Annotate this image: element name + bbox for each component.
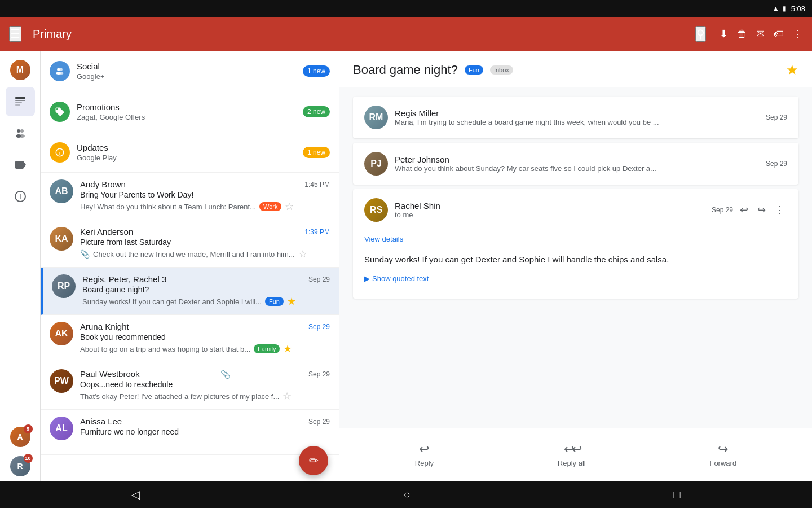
time-regis: Sep 29 bbox=[308, 275, 330, 283]
show-quoted-btn[interactable]: ▶ Show quoted text bbox=[364, 273, 787, 285]
avatar-andy: AB bbox=[50, 179, 73, 203]
subject-andy: Bring Your Parents to Work Day! bbox=[80, 190, 330, 199]
category-promotions[interactable]: Promotions Zagat, Google Offers 2 new bbox=[41, 91, 339, 132]
view-subject: Board game night? bbox=[353, 63, 458, 77]
view-details-link[interactable]: View details bbox=[364, 235, 403, 243]
star-keri[interactable]: ☆ bbox=[298, 248, 307, 260]
reply-button[interactable]: ↩ Reply bbox=[401, 437, 447, 472]
nav-item-inbox[interactable] bbox=[6, 87, 35, 116]
svg-text:i: i bbox=[59, 149, 61, 155]
body-text: Sunday works! If you can get Dexter and … bbox=[364, 253, 787, 266]
nav-item-people[interactable] bbox=[6, 119, 35, 148]
nav-avatar-5[interactable]: A 5 bbox=[6, 422, 35, 452]
updates-icon: i bbox=[50, 142, 70, 163]
thread-sender-peter: Peter Johnson bbox=[395, 155, 759, 164]
thread-sender-regis: Regis Miller bbox=[395, 108, 759, 118]
preview-aruna: About to go on a trip and was hoping to … bbox=[80, 345, 250, 353]
delete-button[interactable]: 🗑 bbox=[737, 28, 747, 40]
nav-item-label[interactable] bbox=[6, 150, 35, 179]
preview-andy: Hey! What do you think about a Team Lunc… bbox=[80, 203, 256, 211]
email-body-andy: Andy Brown 1:45 PM Bring Your Parents to… bbox=[80, 179, 330, 213]
thread-container: RM Regis Miller Maria, I'm trying to sch… bbox=[339, 87, 812, 428]
star-aruna[interactable]: ★ bbox=[283, 343, 292, 355]
star-paul[interactable]: ☆ bbox=[283, 390, 292, 402]
avatar-aruna: AK bbox=[50, 322, 73, 345]
nav-avatar-10[interactable]: R 10 bbox=[6, 452, 35, 481]
email-item-paul[interactable]: PW Paul Westbrook 📎 Sep 29 Oops...need t… bbox=[41, 362, 339, 410]
svg-point-11 bbox=[60, 68, 63, 71]
email-item-regis[interactable]: RP Regis, Peter, Rachel 3 Sep 29 Board g… bbox=[41, 268, 339, 315]
battery-icon: ▮ bbox=[783, 5, 787, 12]
thread-header-regis[interactable]: RM Regis Miller Maria, I'm trying to sch… bbox=[353, 97, 798, 138]
subject-regis: Board game night? bbox=[82, 285, 330, 294]
svg-rect-0 bbox=[15, 97, 25, 99]
sender-aruna: Aruna Knight bbox=[80, 322, 129, 331]
social-icon bbox=[50, 61, 70, 81]
user-avatar: M bbox=[10, 60, 30, 80]
archive-button[interactable]: ⬇ bbox=[720, 28, 728, 40]
thread-sender-rachel: Rachel Shin bbox=[395, 201, 705, 211]
social-info: Social Google+ bbox=[77, 62, 296, 81]
email-item-anissa[interactable]: AL Anissa Lee Sep 29 Furniture we no lon… bbox=[41, 410, 339, 455]
mail-button[interactable]: ✉ bbox=[756, 28, 765, 40]
badge-5: 5 bbox=[24, 424, 33, 433]
label-icon bbox=[14, 158, 27, 172]
bottom-bar: ◁ ○ □ bbox=[0, 481, 812, 508]
thread-info-rachel: Rachel Shin to me bbox=[395, 201, 705, 219]
reply-btn-thread[interactable]: ↩ bbox=[738, 202, 751, 218]
label-button[interactable]: 🏷 bbox=[774, 28, 784, 40]
nav-rail: M i bbox=[0, 51, 41, 481]
nav-item-info[interactable]: i bbox=[6, 182, 35, 211]
sender-keri: Keri Anderson bbox=[80, 227, 133, 237]
time-aruna: Sep 29 bbox=[308, 323, 330, 331]
thread-avatar-peter: PJ bbox=[364, 152, 388, 176]
nav-user-avatar[interactable]: M bbox=[6, 55, 35, 85]
category-updates[interactable]: i Updates Google Play 1 new bbox=[41, 132, 339, 173]
time-paul: Sep 29 bbox=[308, 370, 330, 378]
forward-button[interactable]: ↪ Forward bbox=[696, 437, 750, 472]
thread-avatar-rachel: RS bbox=[364, 198, 388, 222]
star-regis[interactable]: ★ bbox=[287, 295, 296, 308]
star-andy[interactable]: ☆ bbox=[285, 200, 294, 213]
thread-to-rachel: to me bbox=[395, 211, 705, 219]
category-social[interactable]: Social Google+ 1 new bbox=[41, 51, 339, 91]
reply-all-button[interactable]: ↩↩ Reply all bbox=[544, 437, 599, 472]
updates-badge: 1 new bbox=[303, 147, 330, 158]
view-star[interactable]: ★ bbox=[786, 62, 798, 78]
email-item-aruna[interactable]: AK Aruna Knight Sep 29 Book you recommen… bbox=[41, 315, 339, 362]
sender-andy: Andy Brown bbox=[80, 179, 126, 189]
forward-btn-thread[interactable]: ↪ bbox=[755, 202, 768, 218]
svg-text:i: i bbox=[19, 193, 21, 201]
show-quoted-label: Show quoted text bbox=[372, 273, 429, 285]
thread-header-peter[interactable]: PJ Peter Johnson What do you think about… bbox=[353, 143, 798, 185]
menu-button[interactable]: ☰ bbox=[9, 26, 21, 42]
home-button[interactable]: ○ bbox=[390, 484, 423, 506]
nav-bottom-avatars: A 5 R 10 bbox=[6, 422, 35, 481]
compose-fab[interactable]: ✏ bbox=[299, 446, 328, 475]
more-button[interactable]: ⋮ bbox=[793, 28, 803, 40]
svg-point-13 bbox=[59, 72, 63, 75]
clip-keri: 📎 bbox=[80, 249, 90, 259]
reply-all-icon: ↩↩ bbox=[564, 442, 580, 457]
thread-date-peter: Sep 29 bbox=[766, 160, 787, 168]
recents-button[interactable]: □ bbox=[660, 484, 694, 506]
time-anissa: Sep 29 bbox=[308, 418, 330, 426]
preview-regis: Sunday works! If you can get Dexter and … bbox=[82, 297, 262, 306]
reply-label: Reply bbox=[415, 459, 434, 467]
status-time: 5:08 bbox=[791, 5, 805, 13]
search-button[interactable]: ⚲ bbox=[695, 26, 706, 42]
app-bar: ☰ Primary ⚲ ⬇ 🗑 ✉ 🏷 ⋮ bbox=[0, 17, 812, 51]
thread-date-regis: Sep 29 bbox=[766, 113, 787, 121]
back-button[interactable]: ◁ bbox=[118, 483, 153, 506]
promo-sub: Zagat, Google Offers bbox=[77, 113, 296, 121]
email-item-andy[interactable]: AB Andy Brown 1:45 PM Bring Your Parents… bbox=[41, 173, 339, 220]
more-btn-thread[interactable]: ⋮ bbox=[773, 202, 787, 218]
thread-avatar-regis: RM bbox=[364, 106, 388, 129]
subject-paul: Oops...need to reschedule bbox=[80, 380, 330, 389]
svg-point-5 bbox=[20, 129, 24, 133]
social-sub: Google+ bbox=[77, 72, 296, 81]
email-item-keri[interactable]: KA Keri Anderson 1:39 PM Picture from la… bbox=[41, 220, 339, 268]
thread-header-rachel[interactable]: RS Rachel Shin to me Sep 29 ↩ ↪ ⋮ bbox=[353, 189, 798, 231]
tag-fun: Fun bbox=[265, 297, 284, 306]
sender-regis: Regis, Peter, Rachel 3 bbox=[82, 274, 166, 284]
